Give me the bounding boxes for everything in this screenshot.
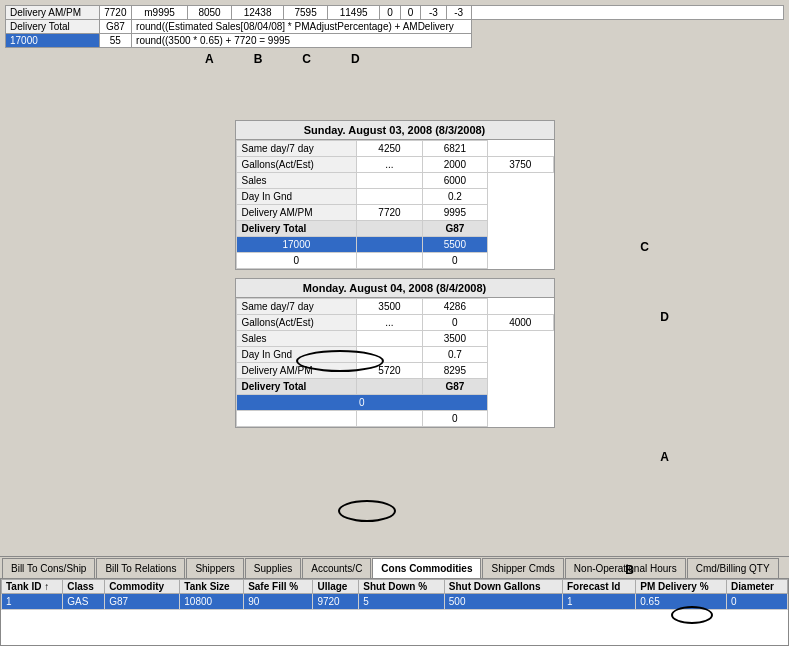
sun-delivery-total-header: Delivery Total xyxy=(236,221,357,237)
delivery-ampm-label: Delivery AM/PM xyxy=(6,6,100,20)
annotation-C-top: C xyxy=(302,52,311,66)
th-diameter: Diameter xyxy=(727,580,788,594)
annotation-B-grid: B xyxy=(625,563,634,577)
formula-cell-2: round((3500 * 0.65) + 7720 = 9995 xyxy=(132,34,472,48)
val-7595: 7595 xyxy=(284,6,328,20)
panels-wrapper: Sunday. August 03, 2008 (8/3/2008) Same … xyxy=(235,120,555,428)
cell-ullage: 9720 xyxy=(313,594,359,610)
tab-shipper-cmds[interactable]: Shipper Cmds xyxy=(482,558,563,578)
tab-supplies[interactable]: Supplies xyxy=(245,558,301,578)
sun-blue-val2: 5500 xyxy=(422,237,487,253)
annotation-D-top: D xyxy=(351,52,360,66)
top-section: Delivery AM/PM 7720 m9995 8050 12438 759… xyxy=(0,0,789,110)
monday-header: Monday. August 04, 2008 (8/4/2008) xyxy=(236,279,554,298)
sun-same-day-row: Same day/7 day 4250 6821 xyxy=(236,141,553,157)
sun-same-day-val2: 6821 xyxy=(422,141,487,157)
delivery-total-row: Delivery Total G87 round((Estimated Sale… xyxy=(6,20,784,34)
sun-sales-row: Sales 6000 xyxy=(236,173,553,189)
sun-delivery-total-g87: G87 xyxy=(422,221,487,237)
tab-cmd-billing-qty[interactable]: Cmd/Billing QTY xyxy=(687,558,779,578)
mon-delivery-ampm-val1: 5720 xyxy=(357,363,422,379)
mon-sales-row: Sales 3500 xyxy=(236,331,553,347)
sun-zero-val1: 0 xyxy=(236,253,357,269)
mon-zero-val2: 0 xyxy=(422,411,487,427)
sunday-header: Sunday. August 03, 2008 (8/3/2008) xyxy=(236,121,554,140)
th-shut-down: Shut Down % xyxy=(359,580,445,594)
mon-day-in-gnd-row: Day In Gnd 0.7 xyxy=(236,347,553,363)
mon-delivery-ampm-row: Delivery AM/PM 5720 8295 xyxy=(236,363,553,379)
top-spreadsheet: Delivery AM/PM 7720 m9995 8050 12438 759… xyxy=(5,5,784,48)
sun-day-in-gnd-val: 0.2 xyxy=(422,189,487,205)
middle-section: Sunday. August 03, 2008 (8/3/2008) Same … xyxy=(0,110,789,550)
grid-area: Tank ID ↑ Class Commodity Tank Size Safe… xyxy=(0,578,789,646)
mon-zero-empty xyxy=(357,411,422,427)
val-8050: 8050 xyxy=(187,6,231,20)
th-tank-id: Tank ID ↑ xyxy=(2,580,63,594)
mon-gallons-btn[interactable]: ... xyxy=(357,315,422,331)
sun-zero-row: 0 0 xyxy=(236,253,553,269)
annotation-D-mid: D xyxy=(660,310,669,324)
grid-header: Tank ID ↑ Class Commodity Tank Size Safe… xyxy=(2,580,788,594)
tab-bill-to-relations[interactable]: Bill To Relations xyxy=(96,558,185,578)
tab-bill-to-cons-ship[interactable]: Bill To Cons/Ship xyxy=(2,558,95,578)
mon-delivery-total-header: Delivery Total xyxy=(236,379,357,395)
th-pm-delivery: PM Delivery % xyxy=(636,580,727,594)
cell-diameter: 0 xyxy=(727,594,788,610)
tab-bar: Bill To Cons/Ship Bill To Relations Ship… xyxy=(0,556,789,578)
sun-sales-label: Sales xyxy=(236,173,357,189)
mon-same-day-label: Same day/7 day xyxy=(236,299,357,315)
sun-delivery-ampm-val1: 7720 xyxy=(357,205,422,221)
tab-shippers[interactable]: Shippers xyxy=(186,558,243,578)
sun-gallons-btn[interactable]: ... xyxy=(357,157,422,173)
mon-sales-label: Sales xyxy=(236,331,357,347)
mon-delivery-total-g87: G87 xyxy=(422,379,487,395)
mon-gallons-row: Gallons(Act/Est) ... 0 4000 xyxy=(236,315,553,331)
commodities-grid: Tank ID ↑ Class Commodity Tank Size Safe… xyxy=(1,579,788,610)
sun-gallons-label: Gallons(Act/Est) xyxy=(236,157,357,173)
th-tank-size: Tank Size xyxy=(180,580,244,594)
sun-delivery-total-section: Delivery Total G87 xyxy=(236,221,553,237)
cell-forecast-id: 1 xyxy=(563,594,636,610)
cell-shut-down-gallons: 500 xyxy=(444,594,562,610)
val-12438: 12438 xyxy=(232,6,284,20)
bottom-section: Bill To Cons/Ship Bill To Relations Ship… xyxy=(0,556,789,646)
mon-zero-row: 0 xyxy=(236,411,553,427)
mon-zero-val1 xyxy=(236,411,357,427)
cell-tank-size: 10800 xyxy=(180,594,244,610)
cell-tank-id: 1 xyxy=(2,594,63,610)
sun-zero-empty xyxy=(357,253,422,269)
sun-same-day-val1: 4250 xyxy=(357,141,422,157)
mon-sales-empty xyxy=(357,331,422,347)
tab-accounts[interactable]: Accounts/C xyxy=(302,558,371,578)
sun-same-day-label: Same day/7 day xyxy=(236,141,357,157)
val-7720: 7720 xyxy=(99,6,132,20)
oval-3500 xyxy=(338,500,396,522)
sun-gallons-val2: 2000 xyxy=(422,157,487,173)
formula-cell-1: round((Estimated Sales[08/04/08] * PMAdj… xyxy=(132,20,472,34)
cell-class: GAS xyxy=(63,594,105,610)
mon-gallons-val2: 0 xyxy=(422,315,487,331)
mon-delivery-total-section: Delivery Total G87 xyxy=(236,379,553,395)
delivery-total-label: Delivery Total xyxy=(6,20,100,34)
th-shut-down-gallons: Shut Down Gallons xyxy=(444,580,562,594)
tab-cons-commodities[interactable]: Cons Commodities xyxy=(372,558,481,578)
mon-day-in-gnd-empty xyxy=(357,347,422,363)
sun-blue-empty xyxy=(357,237,422,253)
formula-empty xyxy=(471,6,783,20)
th-ullage: Ullage xyxy=(313,580,359,594)
delivery-total-g87: G87 xyxy=(99,20,132,34)
mon-blue-val: 0 xyxy=(236,395,488,411)
sunday-table: Same day/7 day 4250 6821 Gallons(Act/Est… xyxy=(236,140,554,269)
th-class: Class xyxy=(63,580,105,594)
sun-day-in-gnd-row: Day In Gnd 0.2 xyxy=(236,189,553,205)
sun-delivery-ampm-label: Delivery AM/PM xyxy=(236,205,357,221)
mon-day-in-gnd-label: Day In Gnd xyxy=(236,347,357,363)
sun-delivery-ampm-val2: 9995 xyxy=(422,205,487,221)
mon-day-in-gnd-val: 0.7 xyxy=(422,347,487,363)
cell-safe-fill: 90 xyxy=(244,594,313,610)
sun-day-in-gnd-label: Day In Gnd xyxy=(236,189,357,205)
grid-row-1[interactable]: 1 GAS G87 10800 90 9720 5 500 1 0.65 0 xyxy=(2,594,788,610)
th-commodity: Commodity xyxy=(105,580,180,594)
mon-blue-row: 0 xyxy=(236,395,553,411)
val-neg3a: -3 xyxy=(421,6,446,20)
